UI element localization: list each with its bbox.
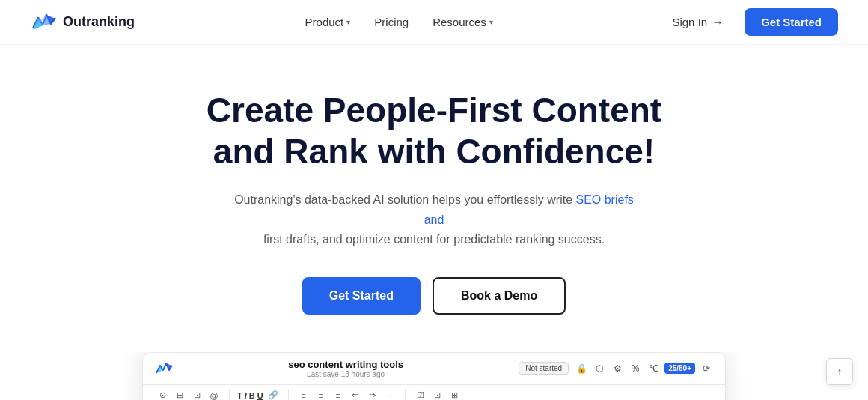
toolbar-section-right: ☑ ⊡ ⊞ bbox=[410, 388, 465, 400]
app-doc-subtitle: Last save 13 hours ago bbox=[179, 370, 513, 378]
nav-actions: Sign In → Get Started bbox=[663, 8, 838, 36]
app-status-badge[interactable]: Not started bbox=[519, 362, 569, 375]
nav-resources[interactable]: Resources ▾ bbox=[424, 11, 502, 33]
toolbar-indent-right-icon[interactable]: ⇒ bbox=[365, 388, 380, 400]
header: Outranking Product ▾ Pricing Resources ▾… bbox=[0, 0, 868, 45]
app-top-bar: seo content writing tools Last save 13 h… bbox=[143, 353, 725, 385]
sign-in-button[interactable]: Sign In → bbox=[663, 11, 733, 34]
hero-cta-buttons: Get Started Book a Demo bbox=[302, 277, 566, 315]
get-started-nav-button[interactable]: Get Started bbox=[745, 8, 838, 36]
toolbar-align-center-icon[interactable]: ≡ bbox=[314, 388, 328, 400]
nav-pricing[interactable]: Pricing bbox=[365, 11, 418, 33]
arrow-right-icon: → bbox=[712, 16, 724, 29]
toolbar-image-icon[interactable]: ⊡ bbox=[430, 388, 445, 400]
lock-icon: 🔒 bbox=[575, 362, 588, 375]
toolbar-circle-icon[interactable]: ⊙ bbox=[155, 388, 170, 400]
refresh-icon: ⟳ bbox=[700, 362, 713, 375]
toolbar-check-icon[interactable]: ☑ bbox=[413, 388, 428, 400]
chevron-up-icon: ↑ bbox=[837, 366, 843, 378]
hero-get-started-button[interactable]: Get Started bbox=[302, 277, 421, 315]
toolbar-box-icon[interactable]: ⊡ bbox=[189, 388, 204, 400]
logo-area[interactable]: Outranking bbox=[30, 9, 135, 36]
toolbar-link-icon[interactable]: 🔗 bbox=[266, 388, 281, 400]
brand-name: Outranking bbox=[63, 14, 135, 30]
resources-chevron-icon: ▾ bbox=[489, 18, 493, 26]
toolbar-bold-icon[interactable]: T bbox=[237, 391, 242, 400]
app-score-badge: 25/80+ bbox=[664, 363, 695, 374]
product-chevron-icon: ▾ bbox=[346, 18, 350, 26]
toolbar-table-icon[interactable]: ⊞ bbox=[447, 388, 462, 400]
toolbar-separator-1 bbox=[229, 389, 230, 400]
hero-section: Create People-First Content and Rank wit… bbox=[0, 45, 868, 400]
main-nav: Product ▾ Pricing Resources ▾ bbox=[296, 11, 502, 33]
toolbar-section-left: ⊙ ⊞ ⊡ @ bbox=[152, 388, 224, 400]
settings-icon: ⚙ bbox=[611, 362, 624, 375]
hero-book-demo-button[interactable]: Book a Demo bbox=[433, 277, 566, 315]
toolbar-grid-icon[interactable]: ⊞ bbox=[172, 388, 187, 400]
nav-product[interactable]: Product ▾ bbox=[296, 11, 360, 33]
hero-subtitle: Outranking's data-backed AI solution hel… bbox=[224, 190, 644, 249]
toolbar-at-icon[interactable]: @ bbox=[207, 388, 221, 400]
app-doc-title: seo content writing tools bbox=[179, 359, 513, 370]
toolbar-separator-3 bbox=[405, 389, 406, 400]
app-title-area: seo content writing tools Last save 13 h… bbox=[179, 359, 513, 378]
app-preview-container: seo content writing tools Last save 13 h… bbox=[142, 352, 726, 400]
app-top-icons: 🔒 ⬡ ⚙ % ℃ 25/80+ ⟳ bbox=[575, 362, 713, 375]
scroll-to-top-button[interactable]: ↑ bbox=[826, 358, 853, 385]
toolbar-section-align: ≡ ≡ ≡ ⇐ ⇒ ↔ bbox=[293, 388, 400, 400]
toolbar-indent-left-icon[interactable]: ⇐ bbox=[348, 388, 363, 400]
chart-icon: ℃ bbox=[647, 362, 660, 375]
toolbar-align-right-icon[interactable]: ≡ bbox=[331, 388, 346, 400]
share-icon: ⬡ bbox=[593, 362, 606, 375]
toolbar-bolder-icon[interactable]: B bbox=[249, 391, 255, 400]
percent-icon: % bbox=[629, 362, 642, 375]
highlight-seo-briefs: SEO briefs and bbox=[424, 193, 634, 225]
toolbar-section-format: T I B U 🔗 bbox=[234, 388, 284, 400]
brand-logo-icon bbox=[30, 9, 57, 36]
toolbar-underline-icon[interactable]: U bbox=[257, 391, 263, 400]
toolbar-align-left-icon[interactable]: ≡ bbox=[296, 388, 311, 400]
app-preview-area: seo content writing tools Last save 13 h… bbox=[30, 352, 838, 400]
app-toolbar: ⊙ ⊞ ⊡ @ T I B U 🔗 ≡ ≡ ≡ ⇐ bbox=[143, 385, 725, 400]
toolbar-separator-2 bbox=[288, 389, 289, 400]
hero-title: Create People-First Content and Rank wit… bbox=[172, 90, 696, 172]
toolbar-expand-icon[interactable]: ↔ bbox=[382, 388, 397, 400]
app-logo-small-icon bbox=[155, 360, 173, 378]
toolbar-italic-icon[interactable]: I bbox=[245, 391, 247, 400]
